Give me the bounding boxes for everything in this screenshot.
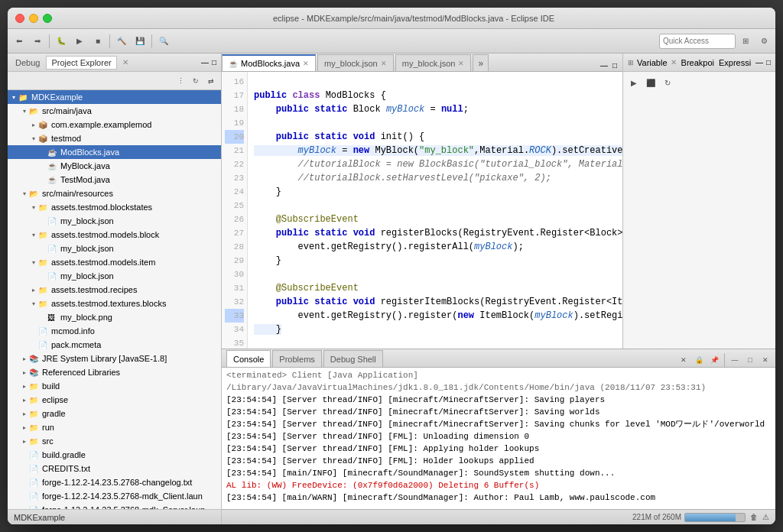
tree-item-json3[interactable]: 📄 my_block.json <box>8 269 221 283</box>
toolbar-build[interactable]: 🔨 <box>113 33 130 50</box>
console-close-btn[interactable]: ✕ <box>759 353 772 367</box>
library-icon: 📚 <box>29 355 40 363</box>
maximize-button[interactable] <box>43 14 52 23</box>
tree-item-credits[interactable]: 📄 CREDITS.txt <box>8 462 221 475</box>
tree-item-testmod[interactable]: 📦 testmod <box>8 131 221 145</box>
tree-label: assets.testmod.textures.blocks <box>51 299 166 308</box>
right-panel-content: ▶ ⬛ ↻ <box>623 72 775 349</box>
console-tabs: Console Problems Debug Shell ✕ 🔒 📌 — <box>222 349 775 368</box>
editor-minimize-icon[interactable]: — <box>598 60 610 71</box>
tree-item-eclipse[interactable]: 📁 eclipse <box>8 393 221 407</box>
close-button[interactable] <box>15 14 24 23</box>
tree-item-png[interactable]: 🖼 my_block.png <box>8 310 221 324</box>
status-warning-icon: ⚠ <box>762 513 769 521</box>
sidebar-minimize-icon[interactable]: — <box>201 58 209 66</box>
console-minimize-btn[interactable]: — <box>728 353 742 367</box>
tree-arrow <box>20 424 29 431</box>
tree-item-reflibs[interactable]: 📚 Referenced Libraries <box>8 365 221 379</box>
sidebar-toolbar-refresh[interactable]: ↻ <box>189 74 203 88</box>
toolbar-search[interactable]: 🔍 <box>155 33 172 50</box>
tab-label: my_block.json <box>324 59 378 68</box>
tree-item-forge-changelog[interactable]: 📄 forge-1.12.2-14.23.5.2768-changelog.tx… <box>8 475 221 489</box>
toolbar-forward[interactable]: ➡ <box>29 33 46 50</box>
tab-myblock-json2[interactable]: my_block.json ✕ <box>395 54 472 71</box>
sidebar-debug-tab[interactable]: Debug <box>12 57 43 69</box>
tree-item-forge-server[interactable]: 📄 forge-1.12.2-14.23.5.2768-mdk_Server.l… <box>8 503 221 509</box>
tree-item-buildgradle[interactable]: 📄 build.gradle <box>8 448 221 462</box>
tab-problems[interactable]: Problems <box>272 350 321 367</box>
tree-item-models-item[interactable]: 📁 assets.testmod.models.item <box>8 255 221 269</box>
toolbar-debug[interactable]: 🐛 <box>53 33 70 50</box>
breakpoint-tab[interactable]: Breakpoi <box>681 58 714 67</box>
tree-item-textures[interactable]: 📁 assets.testmod.textures.blocks <box>8 297 221 310</box>
console-panel: Console Problems Debug Shell ✕ 🔒 📌 — <box>222 349 775 509</box>
sidebar-header-tab[interactable]: Project Explorer <box>46 56 116 70</box>
tab-console[interactable]: Console <box>226 350 271 367</box>
gradle-icon: 📄 <box>29 451 40 459</box>
eclipse-window: eclipse - MDKExample/src/main/java/testm… <box>8 8 775 524</box>
tree-item-gradle[interactable]: 📁 gradle <box>8 407 221 420</box>
sidebar-toolbar-link[interactable]: ⇄ <box>204 74 218 88</box>
status-trash-icon[interactable]: 🗑 <box>750 513 758 521</box>
tree-item-testmod-java[interactable]: ☕ TestMod.java <box>8 173 221 187</box>
tree-item-forge-client[interactable]: 📄 forge-1.12.2-14.23.5.2768-mdk_Client.l… <box>8 489 221 503</box>
right-panel-btn3[interactable]: ↻ <box>660 75 675 90</box>
folder-icon: 📁 <box>29 410 40 418</box>
tree-item-blockstates[interactable]: 📁 assets.testmod.blockstates <box>8 200 221 214</box>
tab-debug-shell[interactable]: Debug Shell <box>323 350 383 367</box>
tree-item-mcmod[interactable]: 📄 mcmod.info <box>8 324 221 338</box>
right-panel-minimize[interactable]: — <box>755 58 763 66</box>
toolbar-settings[interactable]: ⚙ <box>755 33 772 50</box>
tab-myblock-json1[interactable]: my_block.json ✕ <box>317 54 394 71</box>
tree-item-src[interactable]: 📁 src <box>8 434 221 448</box>
tree-item-com-example[interactable]: 📦 com.example.examplemod <box>8 118 221 131</box>
tab-close-icon[interactable]: ✕ <box>458 60 464 67</box>
tree-item-pack[interactable]: 📄 pack.mcmeta <box>8 338 221 352</box>
toolbar-save[interactable]: 💾 <box>132 33 148 50</box>
console-maximize-btn[interactable]: □ <box>743 353 757 367</box>
editor-maximize-icon[interactable]: □ <box>610 60 619 71</box>
console-pin-btn[interactable]: 📌 <box>707 353 721 367</box>
tree-item-src-main-java[interactable]: 📂 src/main/java <box>8 104 221 118</box>
tree-item-myblock[interactable]: ☕ MyBlock.java <box>8 159 221 173</box>
minimize-button[interactable] <box>29 14 38 23</box>
main-layout: Debug Project Explorer ✕ — □ ⋮ ↻ ⇄ 📁 MDK… <box>8 54 775 524</box>
quick-access-input[interactable] <box>659 34 736 49</box>
console-output: <terminated> Client [Java Application] /… <box>222 368 775 509</box>
expression-tab[interactable]: Expressi <box>719 58 751 67</box>
right-panel-maximize[interactable]: □ <box>766 58 771 66</box>
console-clear-btn[interactable]: ✕ <box>677 353 690 367</box>
right-panel-btn1[interactable]: ▶ <box>626 75 642 90</box>
code-content[interactable]: public class ModBlocks { public static B… <box>248 72 622 349</box>
toolbar-run[interactable]: ▶ <box>71 33 88 50</box>
variable-tab[interactable]: Variable <box>637 58 668 67</box>
toolbar-perspectives[interactable]: ⊞ <box>737 33 754 50</box>
tree-item-modblocks[interactable]: ☕ ModBlocks.java <box>8 145 221 159</box>
sidebar-close-icon[interactable]: ✕ <box>120 57 131 68</box>
tree-item-recipes[interactable]: 📁 assets.testmod.recipes <box>8 283 221 297</box>
console-scroll-lock-btn[interactable]: 🔒 <box>692 353 706 367</box>
variable-close-icon[interactable]: ✕ <box>671 58 677 66</box>
tree-item-jre[interactable]: 📚 JRE System Library [JavaSE-1.8] <box>8 352 221 365</box>
tree-item-models-block[interactable]: 📁 assets.testmod.models.block <box>8 228 221 242</box>
tree-arrow <box>29 259 38 266</box>
tab-close-icon[interactable]: ✕ <box>381 60 387 67</box>
sidebar-tree: 📁 MDKExample 📂 src/main/java 📦 com.examp… <box>8 90 221 509</box>
tree-item-mdkexample[interactable]: 📁 MDKExample <box>8 90 221 104</box>
code-editor[interactable]: 16171819 20 21222324 2526272829 303132 3… <box>222 72 622 349</box>
memory-bar[interactable] <box>684 513 746 522</box>
tree-item-json1[interactable]: 📄 my_block.json <box>8 214 221 228</box>
tab-overflow[interactable]: » <box>473 54 489 71</box>
toolbar-back[interactable]: ⬅ <box>11 33 28 50</box>
right-panel-btn2[interactable]: ⬛ <box>643 75 658 90</box>
tree-item-json2[interactable]: 📄 my_block.json <box>8 242 221 255</box>
tree-item-src-resources[interactable]: 📂 src/main/resources <box>8 187 221 200</box>
sidebar-toolbar-collapse[interactable]: ⋮ <box>174 74 187 88</box>
sidebar-maximize-icon[interactable]: □ <box>212 58 216 66</box>
tab-modblocks[interactable]: ☕ ModBlocks.java ✕ <box>222 54 316 71</box>
tree-item-build[interactable]: 📁 build <box>8 379 221 393</box>
java-file-icon: ☕ <box>47 176 58 184</box>
tab-close-icon[interactable]: ✕ <box>303 60 309 67</box>
tree-item-run[interactable]: 📁 run <box>8 420 221 434</box>
toolbar-stop[interactable]: ■ <box>89 33 106 50</box>
